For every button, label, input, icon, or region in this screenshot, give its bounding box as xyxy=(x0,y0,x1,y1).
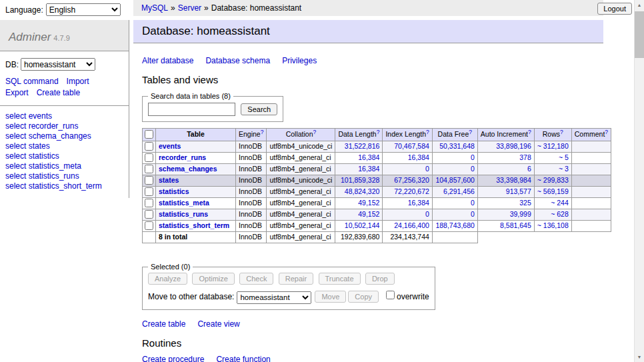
data-free-link[interactable]: 0 xyxy=(471,210,475,218)
sidebar-select-link[interactable]: select statistics xyxy=(5,151,123,161)
index-length-link[interactable]: 24,166,400 xyxy=(394,221,429,229)
index-length-link[interactable]: 0 xyxy=(425,165,429,173)
data-free-link[interactable]: 50,331,648 xyxy=(439,142,475,150)
sidebar-select-link[interactable]: select statistics_short_term xyxy=(5,181,123,191)
help-icon[interactable]: ? xyxy=(528,128,531,135)
app-name-link[interactable]: Adminer xyxy=(9,31,51,43)
sql-command-link[interactable]: SQL command xyxy=(5,77,59,86)
create-table-link-sidebar[interactable]: Create table xyxy=(37,88,80,97)
data-length-link[interactable]: 16,384 xyxy=(358,165,379,173)
row-checkbox[interactable] xyxy=(145,165,153,173)
overwrite-label[interactable]: overwrite xyxy=(383,292,429,301)
table-name-link[interactable]: statistics xyxy=(159,187,189,195)
overwrite-checkbox[interactable] xyxy=(386,291,395,299)
data-free-link[interactable]: 0 xyxy=(471,199,475,207)
auto-increment-link[interactable]: 33,898,196 xyxy=(496,142,531,150)
data-free-link[interactable]: 0 xyxy=(471,153,475,161)
data-free-link[interactable]: 188,743,680 xyxy=(435,221,474,229)
index-length-link[interactable]: 0 xyxy=(425,210,429,218)
scroll-down-icon[interactable]: ▼ xyxy=(635,352,644,362)
rows-count-link[interactable]: ~ 5 xyxy=(559,153,569,161)
select-all-checkbox[interactable] xyxy=(145,130,153,139)
help-icon[interactable]: ? xyxy=(605,128,608,135)
bulk-action-button[interactable]: Check xyxy=(239,273,273,285)
row-checkbox[interactable] xyxy=(145,210,153,219)
import-link[interactable]: Import xyxy=(67,77,89,86)
help-icon[interactable]: ? xyxy=(469,128,472,135)
create-table-link-main[interactable]: Create table xyxy=(142,319,185,329)
create-procedure-link[interactable]: Create procedure xyxy=(142,355,204,362)
table-name-link[interactable]: statistics_runs xyxy=(159,210,208,218)
create-view-link[interactable]: Create view xyxy=(197,319,239,329)
search-button[interactable]: Search xyxy=(241,103,277,115)
db-select[interactable]: homeassistant xyxy=(21,58,95,71)
bulk-action-button[interactable]: Repair xyxy=(279,273,313,285)
table-name-link[interactable]: states xyxy=(159,176,179,184)
sidebar-select-link[interactable]: select recorder_runs xyxy=(5,121,123,131)
bulk-action-button[interactable]: Optimize xyxy=(192,273,234,285)
help-icon[interactable]: ? xyxy=(313,128,316,135)
row-checkbox[interactable] xyxy=(145,142,153,151)
table-name-link[interactable]: statistics_short_term xyxy=(159,221,229,229)
auto-increment-link[interactable]: 378 xyxy=(519,153,531,161)
data-length-link[interactable]: 48,824,320 xyxy=(345,187,380,195)
language-select[interactable]: English xyxy=(46,3,121,16)
breadcrumb-link-server[interactable]: Server xyxy=(178,3,201,13)
index-length-link[interactable]: 67,256,320 xyxy=(394,176,429,184)
database-schema-link[interactable]: Database schema xyxy=(205,56,270,65)
scroll-up-icon[interactable]: ▲ xyxy=(635,0,644,10)
help-icon[interactable]: ? xyxy=(426,128,429,135)
logout-button[interactable]: Logout xyxy=(597,3,632,15)
row-checkbox[interactable] xyxy=(145,153,153,162)
rows-count-link[interactable]: ~ 3 xyxy=(559,165,569,173)
move-db-select[interactable]: homeassistant xyxy=(237,291,311,304)
privileges-link[interactable]: Privileges xyxy=(282,56,317,65)
data-length-link[interactable]: 49,152 xyxy=(358,210,379,218)
table-name-link[interactable]: recorder_runs xyxy=(159,153,206,161)
rows-count-link[interactable]: ~ 136,108 xyxy=(537,221,569,229)
index-length-link[interactable]: 70,467,584 xyxy=(394,142,429,150)
export-link[interactable]: Export xyxy=(5,88,29,97)
table-name-link[interactable]: events xyxy=(159,142,181,150)
data-length-link[interactable]: 101,859,328 xyxy=(341,176,379,184)
bulk-action-button[interactable]: Truncate xyxy=(319,273,361,285)
breadcrumb-link-mysql[interactable]: MySQL xyxy=(141,3,168,13)
help-icon[interactable]: ? xyxy=(377,128,380,135)
data-free-link[interactable]: 6,291,456 xyxy=(443,187,475,195)
sidebar-select-link[interactable]: select states xyxy=(5,141,123,151)
index-length-link[interactable]: 72,220,672 xyxy=(394,187,429,195)
auto-increment-link[interactable]: 8,581,645 xyxy=(500,221,531,229)
rows-count-link[interactable]: ~ 628 xyxy=(551,210,569,218)
auto-increment-link[interactable]: 325 xyxy=(519,199,531,207)
bulk-action-button[interactable]: Analyze xyxy=(148,273,187,285)
data-length-link[interactable]: 31,522,816 xyxy=(345,142,380,150)
create-function-link[interactable]: Create function xyxy=(216,355,270,362)
search-input[interactable] xyxy=(148,103,235,116)
index-length-link[interactable]: 16,384 xyxy=(408,153,429,161)
row-checkbox[interactable] xyxy=(145,176,153,185)
help-icon[interactable]: ? xyxy=(560,128,563,135)
sidebar-select-link[interactable]: select events xyxy=(5,111,123,121)
rows-count-link[interactable]: ~ 569,159 xyxy=(537,187,569,195)
sidebar-select-link[interactable]: select statistics_runs xyxy=(5,171,123,181)
auto-increment-link[interactable]: 6 xyxy=(527,165,531,173)
vertical-scrollbar[interactable]: ▲ ▼ xyxy=(634,0,644,362)
rows-count-link[interactable]: ~ 244 xyxy=(551,199,569,207)
data-free-link[interactable]: 0 xyxy=(471,165,475,173)
auto-increment-link[interactable]: 39,999 xyxy=(510,210,531,218)
table-name-link[interactable]: schema_changes xyxy=(159,165,217,173)
row-checkbox[interactable] xyxy=(145,187,153,196)
sidebar-select-link[interactable]: select statistics_meta xyxy=(5,161,123,171)
index-length-link[interactable]: 16,384 xyxy=(408,199,429,207)
data-length-link[interactable]: 10,502,144 xyxy=(345,221,380,229)
data-length-link[interactable]: 16,384 xyxy=(358,153,379,161)
bulk-action-button[interactable]: Drop xyxy=(365,273,395,285)
row-checkbox[interactable] xyxy=(145,221,153,230)
table-name-link[interactable]: statistics_meta xyxy=(159,199,209,207)
rows-count-link[interactable]: ~ 299,833 xyxy=(537,176,569,184)
data-free-link[interactable]: 104,857,600 xyxy=(435,176,474,184)
move-button[interactable]: Move xyxy=(315,291,346,303)
help-icon[interactable]: ? xyxy=(261,128,264,135)
auto-increment-link[interactable]: 913,577 xyxy=(506,187,531,195)
scrollbar-thumb[interactable] xyxy=(635,11,644,58)
